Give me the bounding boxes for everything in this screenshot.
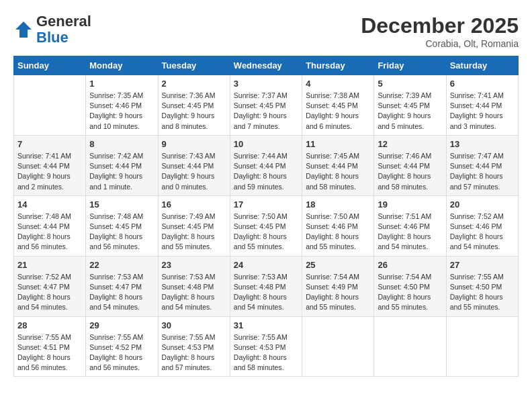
day-number: 2: [162, 79, 226, 89]
day-info: Sunrise: 7:50 AM Sunset: 4:46 PM Dayligh…: [306, 212, 370, 253]
calendar-cell: 31Sunrise: 7:55 AM Sunset: 4:53 PM Dayli…: [230, 316, 302, 377]
calendar-cell: 8Sunrise: 7:42 AM Sunset: 4:44 PM Daylig…: [86, 135, 158, 195]
day-number: 22: [89, 260, 154, 270]
day-number: 13: [450, 139, 515, 149]
day-number: 9: [162, 139, 226, 149]
calendar-table: SundayMondayTuesdayWednesdayThursdayFrid…: [13, 56, 519, 377]
day-number: 1: [89, 79, 154, 89]
calendar-cell: [302, 316, 374, 377]
day-info: Sunrise: 7:55 AM Sunset: 4:53 PM Dayligh…: [234, 332, 298, 373]
month-title: December 2025: [361, 13, 519, 38]
day-info: Sunrise: 7:37 AM Sunset: 4:45 PM Dayligh…: [234, 91, 298, 132]
col-header-saturday: Saturday: [446, 56, 518, 75]
calendar-cell: 25Sunrise: 7:54 AM Sunset: 4:49 PM Dayli…: [302, 256, 374, 316]
day-number: 25: [306, 260, 370, 270]
calendar-cell: 27Sunrise: 7:55 AM Sunset: 4:50 PM Dayli…: [446, 256, 518, 316]
day-info: Sunrise: 7:54 AM Sunset: 4:50 PM Dayligh…: [378, 272, 442, 313]
day-number: 28: [17, 320, 82, 330]
day-info: Sunrise: 7:38 AM Sunset: 4:45 PM Dayligh…: [306, 91, 370, 132]
col-header-monday: Monday: [86, 56, 158, 75]
calendar-cell: 21Sunrise: 7:52 AM Sunset: 4:47 PM Dayli…: [14, 256, 86, 316]
day-info: Sunrise: 7:35 AM Sunset: 4:46 PM Dayligh…: [89, 91, 154, 132]
day-info: Sunrise: 7:50 AM Sunset: 4:45 PM Dayligh…: [234, 212, 298, 253]
logo-text: General Blue: [36, 13, 91, 46]
calendar-cell: 12Sunrise: 7:46 AM Sunset: 4:44 PM Dayli…: [374, 135, 446, 195]
day-info: Sunrise: 7:45 AM Sunset: 4:44 PM Dayligh…: [306, 151, 370, 192]
day-number: 24: [234, 260, 298, 270]
header-row: SundayMondayTuesdayWednesdayThursdayFrid…: [14, 56, 519, 75]
day-info: Sunrise: 7:53 AM Sunset: 4:48 PM Dayligh…: [234, 272, 298, 313]
calendar-cell: 5Sunrise: 7:39 AM Sunset: 4:45 PM Daylig…: [374, 75, 446, 136]
day-info: Sunrise: 7:48 AM Sunset: 4:45 PM Dayligh…: [89, 212, 154, 253]
day-info: Sunrise: 7:41 AM Sunset: 4:44 PM Dayligh…: [17, 151, 82, 192]
calendar-cell: 7Sunrise: 7:41 AM Sunset: 4:44 PM Daylig…: [14, 135, 86, 195]
week-row-5: 28Sunrise: 7:55 AM Sunset: 4:51 PM Dayli…: [14, 316, 519, 377]
col-header-friday: Friday: [374, 56, 446, 75]
day-info: Sunrise: 7:46 AM Sunset: 4:44 PM Dayligh…: [378, 151, 442, 192]
calendar-cell: [14, 75, 86, 136]
calendar-cell: 14Sunrise: 7:48 AM Sunset: 4:44 PM Dayli…: [14, 195, 86, 256]
col-header-tuesday: Tuesday: [158, 56, 230, 75]
calendar-cell: 11Sunrise: 7:45 AM Sunset: 4:44 PM Dayli…: [302, 135, 374, 195]
svg-marker-0: [15, 21, 32, 38]
calendar-cell: 1Sunrise: 7:35 AM Sunset: 4:46 PM Daylig…: [86, 75, 158, 136]
day-number: 6: [450, 79, 515, 89]
day-number: 30: [162, 320, 226, 330]
day-number: 18: [306, 199, 370, 210]
calendar-cell: 10Sunrise: 7:44 AM Sunset: 4:44 PM Dayli…: [230, 135, 302, 195]
day-number: 8: [89, 139, 154, 149]
logo-icon: [13, 19, 34, 40]
day-info: Sunrise: 7:54 AM Sunset: 4:49 PM Dayligh…: [306, 272, 370, 313]
day-info: Sunrise: 7:42 AM Sunset: 4:44 PM Dayligh…: [89, 151, 154, 192]
day-number: 27: [450, 260, 515, 270]
title-block: December 2025 Corabia, Olt, Romania: [361, 13, 519, 49]
day-info: Sunrise: 7:53 AM Sunset: 4:47 PM Dayligh…: [89, 272, 154, 313]
day-info: Sunrise: 7:52 AM Sunset: 4:47 PM Dayligh…: [17, 272, 82, 313]
location: Corabia, Olt, Romania: [361, 38, 519, 49]
day-number: 20: [450, 199, 515, 210]
day-info: Sunrise: 7:44 AM Sunset: 4:44 PM Dayligh…: [234, 151, 298, 192]
calendar-cell: 9Sunrise: 7:43 AM Sunset: 4:44 PM Daylig…: [158, 135, 230, 195]
calendar-cell: 26Sunrise: 7:54 AM Sunset: 4:50 PM Dayli…: [374, 256, 446, 316]
day-number: 7: [17, 139, 82, 149]
col-header-thursday: Thursday: [302, 56, 374, 75]
calendar-cell: 23Sunrise: 7:53 AM Sunset: 4:48 PM Dayli…: [158, 256, 230, 316]
day-info: Sunrise: 7:43 AM Sunset: 4:44 PM Dayligh…: [162, 151, 226, 192]
day-info: Sunrise: 7:55 AM Sunset: 4:52 PM Dayligh…: [89, 332, 154, 373]
page-header: General Blue December 2025 Corabia, Olt,…: [13, 13, 519, 49]
day-info: Sunrise: 7:55 AM Sunset: 4:50 PM Dayligh…: [450, 272, 515, 313]
day-info: Sunrise: 7:47 AM Sunset: 4:44 PM Dayligh…: [450, 151, 515, 192]
week-row-4: 21Sunrise: 7:52 AM Sunset: 4:47 PM Dayli…: [14, 256, 519, 316]
week-row-3: 14Sunrise: 7:48 AM Sunset: 4:44 PM Dayli…: [14, 195, 519, 256]
day-info: Sunrise: 7:51 AM Sunset: 4:46 PM Dayligh…: [378, 212, 442, 253]
calendar-cell: 28Sunrise: 7:55 AM Sunset: 4:51 PM Dayli…: [14, 316, 86, 377]
calendar-cell: 22Sunrise: 7:53 AM Sunset: 4:47 PM Dayli…: [86, 256, 158, 316]
calendar-cell: 17Sunrise: 7:50 AM Sunset: 4:45 PM Dayli…: [230, 195, 302, 256]
day-number: 17: [234, 199, 298, 210]
calendar-cell: 15Sunrise: 7:48 AM Sunset: 4:45 PM Dayli…: [86, 195, 158, 256]
day-number: 16: [162, 199, 226, 210]
day-number: 29: [89, 320, 154, 330]
day-info: Sunrise: 7:48 AM Sunset: 4:44 PM Dayligh…: [17, 212, 82, 253]
calendar-cell: [374, 316, 446, 377]
day-number: 4: [306, 79, 370, 89]
calendar-cell: 20Sunrise: 7:52 AM Sunset: 4:46 PM Dayli…: [446, 195, 518, 256]
col-header-sunday: Sunday: [14, 56, 86, 75]
calendar-cell: [446, 316, 518, 377]
calendar-cell: 29Sunrise: 7:55 AM Sunset: 4:52 PM Dayli…: [86, 316, 158, 377]
calendar-cell: 6Sunrise: 7:41 AM Sunset: 4:44 PM Daylig…: [446, 75, 518, 136]
calendar-cell: 19Sunrise: 7:51 AM Sunset: 4:46 PM Dayli…: [374, 195, 446, 256]
calendar-cell: 24Sunrise: 7:53 AM Sunset: 4:48 PM Dayli…: [230, 256, 302, 316]
week-row-1: 1Sunrise: 7:35 AM Sunset: 4:46 PM Daylig…: [14, 75, 519, 136]
day-number: 11: [306, 139, 370, 149]
calendar-cell: 4Sunrise: 7:38 AM Sunset: 4:45 PM Daylig…: [302, 75, 374, 136]
calendar-cell: 13Sunrise: 7:47 AM Sunset: 4:44 PM Dayli…: [446, 135, 518, 195]
day-number: 21: [17, 260, 82, 270]
day-info: Sunrise: 7:55 AM Sunset: 4:53 PM Dayligh…: [162, 332, 226, 373]
day-info: Sunrise: 7:49 AM Sunset: 4:45 PM Dayligh…: [162, 212, 226, 253]
day-info: Sunrise: 7:53 AM Sunset: 4:48 PM Dayligh…: [162, 272, 226, 313]
day-number: 19: [378, 199, 442, 210]
calendar-cell: 16Sunrise: 7:49 AM Sunset: 4:45 PM Dayli…: [158, 195, 230, 256]
day-number: 10: [234, 139, 298, 149]
day-info: Sunrise: 7:52 AM Sunset: 4:46 PM Dayligh…: [450, 212, 515, 253]
